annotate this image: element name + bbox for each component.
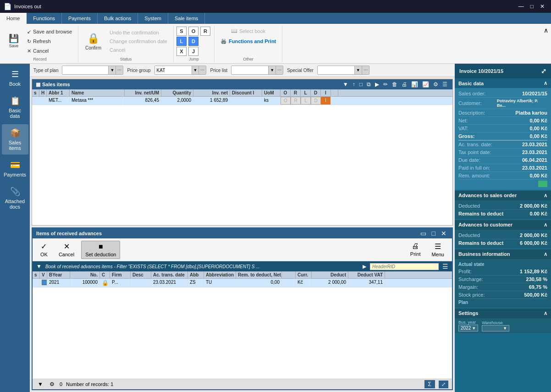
close-button[interactable]: ✕ [537, 2, 547, 11]
special-offer-input[interactable] [318, 66, 354, 74]
price-list-extra-btn[interactable]: ⋯ [276, 66, 283, 74]
sidebar-item-basic-data[interactable]: 📋 Basic data [2, 92, 28, 122]
advances-customer-header[interactable]: Advances to customer ∧ [455, 220, 551, 230]
type-of-plan-combo[interactable]: ▼ ⋯ [62, 66, 123, 75]
collapse-ribbon-button[interactable]: ∧ [543, 26, 549, 35]
si-tool-edit[interactable]: ✏ [382, 81, 389, 88]
adv-th-rem: Rem. to deduct, Net, C [236, 271, 282, 278]
filter-menu-button[interactable]: ☰ [442, 263, 448, 270]
si-tool-settings[interactable]: ⚙ [432, 81, 440, 88]
jump-r-button[interactable]: R [200, 27, 210, 36]
status-filter-btn[interactable]: ▼ [36, 381, 44, 388]
th-abbr1: Abbr 1 [47, 89, 70, 96]
sidebar-item-attached-docs[interactable]: 📎 Attached docs [2, 183, 28, 213]
green-indicator-row [458, 180, 547, 188]
functions-print-button[interactable]: 🖨️ Functions and Print [217, 37, 279, 45]
tab-system[interactable]: System [138, 13, 168, 24]
filter-bar: Type of plan ▼ ⋯ Price group ▼ ⋯ Price l… [30, 64, 455, 77]
si-tool-chart[interactable]: 📊 [410, 81, 419, 88]
sigma-button[interactable]: Σ [424, 380, 435, 388]
menu-button[interactable]: ☰ Menu [427, 240, 448, 259]
price-list-combo[interactable]: ▼ ⋯ [231, 66, 283, 75]
advances-sales-order-header[interactable]: Advances to sales order ∧ [455, 191, 551, 200]
table-row[interactable]: MET... Metaxa *** 826,45 2,0000 1 652,89… [32, 97, 452, 105]
warehouse-dropdown[interactable]: ▼ [503, 326, 507, 331]
customer-value: Potraviny Albertik; P. Be... [497, 99, 547, 108]
sidebar-item-sales-items[interactable]: 📦 Sales items [2, 124, 28, 155]
si-tool-1[interactable]: ▼ [342, 81, 350, 88]
right-row-surcharge: Surcharge: 230,58 % [458, 276, 547, 283]
right-row-tax-point: Tax point date: 23.03.2021 [458, 149, 547, 156]
cancel-icon: ✕ [27, 48, 31, 54]
jump-o-button[interactable]: O [188, 27, 198, 36]
tab-sale-items[interactable]: Sale items [168, 13, 205, 24]
sidebar-item-payments[interactable]: 💳 Payments [2, 156, 28, 181]
jump-s-button[interactable]: S [176, 27, 187, 36]
si-tool-copy[interactable]: ⧉ [365, 81, 372, 88]
si-tool-chart2[interactable]: 📈 [421, 81, 430, 88]
price-list-dropdown-btn[interactable]: ▼ [268, 66, 276, 74]
confirm-button[interactable]: 🔒 Confirm [81, 30, 105, 53]
title-bar-controls[interactable]: — □ ✕ [516, 2, 547, 11]
maximize-button[interactable]: □ [528, 2, 536, 11]
special-offer-combo[interactable]: ▼ ⋯ [317, 66, 369, 75]
header-rid-input[interactable] [370, 263, 439, 270]
status-settings-btn[interactable]: ⚙ [48, 381, 56, 388]
save-browse-button[interactable]: ↙ Save and browse [24, 28, 75, 36]
expand-panel-icon[interactable]: ⤢ [541, 67, 546, 75]
sidebar-item-book[interactable]: ☰ Book [2, 66, 28, 90]
expand-button[interactable]: ⤢ [439, 381, 448, 388]
jump-d-button[interactable]: D [188, 37, 198, 46]
type-of-plan-dropdown-btn[interactable]: ▼ [108, 66, 116, 74]
price-list-input[interactable] [231, 66, 268, 74]
si-tool-expand[interactable]: ↑ [351, 81, 357, 88]
tab-home[interactable]: Home [0, 13, 27, 24]
minimize-button[interactable]: — [516, 2, 527, 11]
remains-2-value: 6 000,00 Kč [520, 240, 547, 246]
price-group-extra-btn[interactable]: ⋯ [198, 66, 206, 74]
special-offer-dropdown-btn[interactable]: ▼ [354, 66, 362, 74]
settings-header[interactable]: Settings ∧ [455, 309, 551, 318]
dialog-expand-button[interactable]: □ [430, 230, 437, 237]
price-group-input[interactable] [155, 66, 192, 74]
type-of-plan-extra-btn[interactable]: ⋯ [116, 66, 123, 74]
warehouse-label: Warehouse [482, 320, 509, 325]
advances-table-row[interactable]: 2021 100000 🔒 P... 23.03.2021 ZS TU 0,00… [33, 279, 452, 287]
refresh-button[interactable]: ↻ Refresh [24, 37, 75, 46]
change-confirm-date-button[interactable]: Change confirmation date [106, 37, 171, 45]
special-offer-extra-btn[interactable]: ⋯ [362, 66, 369, 74]
tab-bulk-actions[interactable]: Bulk actions [98, 13, 138, 24]
price-group-combo[interactable]: ▼ ⋯ [154, 66, 207, 75]
set-deduction-button[interactable]: ■ Set deduction [81, 241, 120, 259]
dialog-close-button[interactable]: ✕ [439, 230, 448, 237]
warehouse-combo[interactable]: ▼ [482, 325, 509, 331]
print-button[interactable]: 🖨 Print [406, 240, 425, 259]
si-tool-print[interactable]: 🖨 [400, 81, 408, 88]
si-tool-new[interactable]: □ [358, 81, 364, 88]
type-of-plan-input[interactable] [62, 66, 108, 74]
advances-cancel-button[interactable]: ✕ Cancel [55, 240, 78, 259]
cancel-button[interactable]: ✕ Cancel [24, 47, 75, 55]
td-qty: 2,0000 [161, 97, 193, 105]
undo-confirm-button[interactable]: Undo the confirmation [106, 28, 171, 37]
si-tool-arrow[interactable]: ▶ [374, 81, 380, 88]
status-cancel-button[interactable]: Cancel [106, 46, 171, 54]
si-tool-delete[interactable]: 🗑 [391, 81, 399, 88]
jump-x-button[interactable]: X [176, 47, 187, 56]
book-sidebar-icon: ☰ [11, 69, 19, 79]
ok-button[interactable]: ✓ OK [36, 240, 52, 259]
dialog-minimize-button[interactable]: ▭ [419, 230, 428, 237]
business-info-header[interactable]: Business information ∧ [455, 249, 551, 259]
si-tool-menu[interactable]: ☰ [441, 81, 449, 88]
bus-year-combo[interactable]: 2022 ▼ [458, 325, 478, 331]
price-group-dropdown-btn[interactable]: ▼ [192, 66, 199, 74]
jump-l-button[interactable]: L [176, 37, 187, 46]
select-book-button[interactable]: 📖 Select book [228, 27, 269, 35]
tab-functions[interactable]: Functions [27, 13, 62, 24]
bus-year-dropdown[interactable]: ▼ [472, 326, 476, 331]
jump-j-button[interactable]: J [188, 47, 198, 56]
save-button[interactable]: 💾 Save [5, 33, 23, 50]
tab-payments[interactable]: Payments [62, 13, 98, 24]
filter-arrow-button[interactable]: ▶ [363, 264, 366, 270]
basic-data-section-header[interactable]: Basic data ∧ [455, 78, 551, 88]
